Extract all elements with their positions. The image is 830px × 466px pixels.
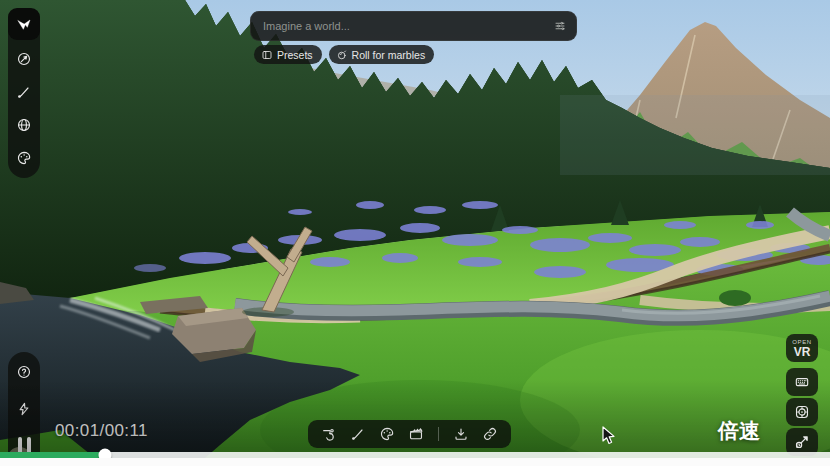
playback-speed-label[interactable]: 倍速 <box>718 417 760 445</box>
logo-icon <box>16 16 32 32</box>
compass-icon <box>16 51 32 67</box>
prompt-settings-button[interactable] <box>554 20 566 32</box>
recenter-view-button[interactable] <box>786 398 818 426</box>
clapperboard-icon[interactable] <box>408 426 424 442</box>
palette-icon[interactable] <box>379 426 395 442</box>
prompt-bar <box>250 11 577 41</box>
globe-icon <box>16 117 32 133</box>
open-vr-button[interactable]: OPEN VR <box>786 334 818 362</box>
world-viewport[interactable]: Presets Roll for marbles 00:01/00:11 <box>0 0 830 458</box>
brush-icon <box>16 84 32 100</box>
presets-button[interactable]: Presets <box>254 45 322 64</box>
prompt-input[interactable] <box>263 20 554 32</box>
left-sidebar-bottom <box>8 352 40 458</box>
marble-icon <box>336 49 348 61</box>
explore-button[interactable] <box>10 45 38 73</box>
generated-world-scene <box>0 0 830 458</box>
boost-button[interactable] <box>10 395 38 423</box>
link-icon[interactable] <box>482 426 498 442</box>
style-button[interactable] <box>10 144 38 172</box>
roll-label: Roll for marbles <box>352 49 426 61</box>
time-display: 00:01/00:11 <box>55 421 148 441</box>
quick-actions: Presets Roll for marbles <box>254 45 434 64</box>
keyboard-controls-button[interactable] <box>786 368 818 396</box>
app-window: Presets Roll for marbles 00:01/00:11 <box>0 0 830 466</box>
app-logo[interactable] <box>8 8 40 40</box>
fullscreen-speed-icon <box>794 434 810 450</box>
roll-for-marbles-button[interactable]: Roll for marbles <box>329 45 435 64</box>
download-icon[interactable] <box>453 426 469 442</box>
presets-label: Presets <box>277 49 313 61</box>
toolbar-divider <box>438 427 439 441</box>
keyboard-icon <box>794 374 810 390</box>
bottom-toolbar <box>308 420 511 448</box>
palette-icon <box>16 150 32 166</box>
open-vr-label: VR <box>794 346 811 358</box>
page-background-strip <box>0 458 830 466</box>
flash-icon <box>16 401 32 417</box>
reset-sliders-icon[interactable] <box>321 426 337 442</box>
progress-handle[interactable] <box>99 449 112 459</box>
left-sidebar-top <box>8 8 40 178</box>
help-button[interactable] <box>10 358 38 386</box>
layout-icon <box>261 49 273 61</box>
recenter-icon <box>794 404 810 420</box>
world-button[interactable] <box>10 111 38 139</box>
open-vr-small-label: OPEN <box>792 339 811 345</box>
brush-tool-button[interactable] <box>10 78 38 106</box>
help-icon <box>16 364 32 380</box>
brush-icon[interactable] <box>350 426 366 442</box>
tune-icon <box>554 20 566 32</box>
